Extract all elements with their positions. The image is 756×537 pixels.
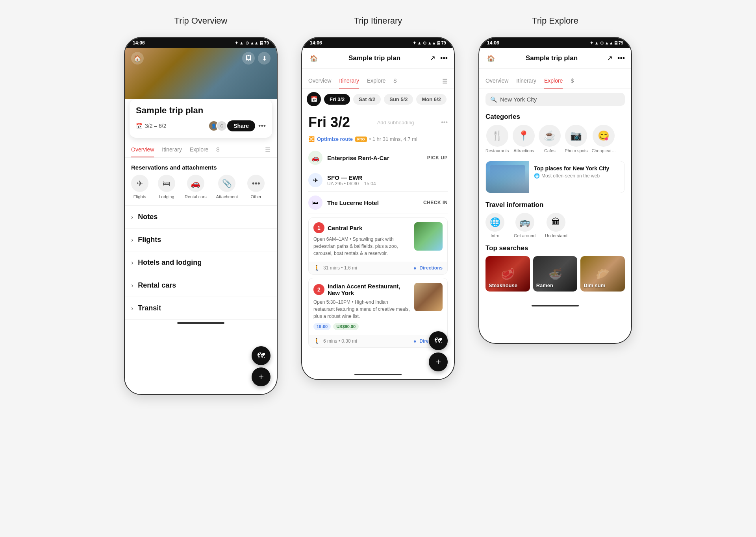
understand-icon: 🏛 xyxy=(547,213,565,232)
itin-item-rental: 🚗 Enterprise Rent-A-Car PICK UP xyxy=(308,147,448,169)
explore-tab-itinerary[interactable]: Itinerary xyxy=(516,74,536,89)
res-flights[interactable]: ✈ Flights xyxy=(131,175,148,199)
notes-row[interactable]: › Notes xyxy=(125,206,277,229)
itin-add-fab[interactable]: + xyxy=(429,352,448,371)
top-places-icon: 🌐 xyxy=(534,173,540,179)
hotels-arrow: › xyxy=(131,259,133,266)
hotel-checkin-action[interactable]: CHECK IN xyxy=(423,200,448,205)
add-subheading[interactable]: Add subheading xyxy=(377,120,414,125)
overview-screen-title: Trip Overview xyxy=(174,16,228,26)
rental-cars-row[interactable]: › Rental cars xyxy=(125,274,277,297)
tab-overview[interactable]: Overview xyxy=(131,142,154,157)
trip-dates: 📅 3/2 – 6/2 xyxy=(136,123,167,129)
transit-arrow: › xyxy=(131,305,133,312)
optimize-link[interactable]: Optimize route xyxy=(317,136,353,142)
overview-time: 14:06 xyxy=(133,40,145,46)
hotels-row[interactable]: › Hotels and lodging xyxy=(125,251,277,274)
category-cheap-eats[interactable]: 😋 Cheap eat… xyxy=(591,125,616,153)
lodging-icon: 🛏 xyxy=(158,175,175,192)
itin-date-more[interactable]: ••• xyxy=(441,119,448,126)
day-tabs: 📅 Fri 3/2 Sat 4/2 Sun 5/2 Mon 6/2 xyxy=(302,89,454,109)
park-directions[interactable]: Directions xyxy=(419,265,443,271)
photo-spots-label: Photo spots xyxy=(565,148,587,153)
search-card-dimsum[interactable]: 🥟 Dim sum xyxy=(580,256,625,292)
restaurants-label: Restaurants xyxy=(485,148,509,153)
itin-hamburger[interactable]: ☰ xyxy=(442,78,448,85)
top-places-card[interactable]: Top places for New York City 🌐 Most ofte… xyxy=(485,161,625,193)
hamburger-icon[interactable]: ☰ xyxy=(265,146,271,154)
tab-budget[interactable]: $ xyxy=(216,142,219,157)
reservations-label: Reservations and attachments xyxy=(125,158,277,175)
explore-share-icon[interactable]: ↗ xyxy=(607,54,613,63)
hotel-icon: 🛏 xyxy=(308,196,322,210)
explore-more-icon[interactable]: ••• xyxy=(617,54,625,63)
share-icon[interactable]: ↗ xyxy=(430,54,435,63)
more-button[interactable]: ••• xyxy=(258,122,266,130)
explore-search-bar[interactable]: 🔍 New York City xyxy=(485,93,625,106)
res-rental[interactable]: 🚗 Rental cars xyxy=(185,175,207,199)
category-photo-spots[interactable]: 📷 Photo spots xyxy=(565,125,587,153)
flight-icon: ✈ xyxy=(308,173,322,187)
share-button[interactable]: Share xyxy=(227,120,255,131)
map-fab-button[interactable]: 🗺 xyxy=(252,346,271,365)
search-card-steakhouse[interactable]: 🥩 Steakhouse xyxy=(485,256,530,292)
rental-cars-arrow: › xyxy=(131,282,133,289)
day-tab-sun[interactable]: Sun 5/2 xyxy=(384,94,413,105)
travel-info-intro[interactable]: 🌐 Intro xyxy=(485,213,504,238)
category-cafes[interactable]: ☕ Cafes xyxy=(539,125,561,153)
day-tab-mon[interactable]: Mon 6/2 xyxy=(416,94,446,105)
more-icon[interactable]: ••• xyxy=(440,54,448,63)
notes-label: Notes xyxy=(138,213,158,221)
tab-explore[interactable]: Explore xyxy=(190,142,208,157)
itin-home-icon[interactable]: 🏠 xyxy=(308,53,319,64)
res-other[interactable]: ••• Other xyxy=(247,175,265,199)
flights-row[interactable]: › Flights xyxy=(125,229,277,251)
explore-bottom-indicator xyxy=(532,305,579,306)
directions-dot-2: ♦ xyxy=(413,338,416,344)
lodging-label: Lodging xyxy=(159,194,174,199)
explore-tab-budget[interactable]: $ xyxy=(571,74,574,89)
home-icon[interactable]: 🏠 xyxy=(131,52,144,65)
park-footer: 🚶 31 mins • 1.6 mi ♦ Directions xyxy=(309,262,447,274)
res-lodging[interactable]: 🛏 Lodging xyxy=(158,175,175,199)
restaurant-name: Indian Accent Restaurant, New York xyxy=(328,283,410,296)
itin-tab-itinerary[interactable]: Itinerary xyxy=(339,74,359,89)
itinerary-phone: 14:06 ✦ ▲ ⊙ ▲▲ ⌸ 79 🏠 Sample trip plan ↗… xyxy=(301,37,455,380)
itin-content: Fri 3/2 Add subheading ••• 🔀 Optimize ro… xyxy=(302,109,454,371)
place-number-2: 2 xyxy=(313,284,324,295)
attachment-label: Attachment xyxy=(216,194,238,199)
tab-itinerary[interactable]: Itinerary xyxy=(162,142,182,157)
explore-tab-explore[interactable]: Explore xyxy=(544,74,563,89)
trip-title: Sample trip plan xyxy=(136,105,266,116)
flights-expand-label: Flights xyxy=(138,236,161,244)
transit-row[interactable]: › Transit xyxy=(125,297,277,320)
time-tag: 19:00 xyxy=(313,323,331,330)
add-fab-button[interactable]: + xyxy=(252,367,271,386)
category-attractions[interactable]: 📍 Attractions xyxy=(513,125,535,153)
category-restaurants[interactable]: 🍴 Restaurants xyxy=(485,125,509,153)
res-attachment[interactable]: 📎 Attachment xyxy=(216,175,238,199)
download-icon[interactable]: ⬇ xyxy=(258,52,271,65)
image-icon[interactable]: 🖼 xyxy=(242,52,255,65)
itin-tab-explore[interactable]: Explore xyxy=(367,74,385,89)
day-tab-fri[interactable]: Fri 3/2 xyxy=(324,94,350,105)
top-searches-title: Top searches xyxy=(485,244,625,252)
day-tab-sat[interactable]: Sat 4/2 xyxy=(353,94,381,105)
dimsum-label: Dim sum xyxy=(584,282,605,288)
top-searches-section: Top searches 🥩 Steakhouse 🍜 Ramen 🥟 D xyxy=(479,241,631,295)
search-card-ramen[interactable]: 🍜 Ramen xyxy=(533,256,578,292)
flights-icon: ✈ xyxy=(131,175,148,192)
understand-label: Understand xyxy=(545,233,567,238)
intro-label: Intro xyxy=(491,233,499,238)
travel-info-understand[interactable]: 🏛 Understand xyxy=(545,213,567,238)
itin-tab-overview[interactable]: Overview xyxy=(308,74,331,89)
travel-info-get-around[interactable]: 🚌 Get around xyxy=(514,213,536,238)
explore-home-icon[interactable]: 🏠 xyxy=(485,53,497,64)
rental-pickup-action[interactable]: PICK UP xyxy=(427,155,448,161)
itin-map-fab[interactable]: 🗺 xyxy=(429,331,448,350)
itinerary-body: 🏠 Sample trip plan ↗ ••• Overview Itiner… xyxy=(302,48,454,379)
trip-card: Sample trip plan 📅 3/2 – 6/2 👤 C Share xyxy=(130,99,272,138)
explore-tab-overview[interactable]: Overview xyxy=(485,74,508,89)
walk-icon-1: 🚶 xyxy=(313,265,320,271)
itin-tab-budget[interactable]: $ xyxy=(393,74,397,89)
